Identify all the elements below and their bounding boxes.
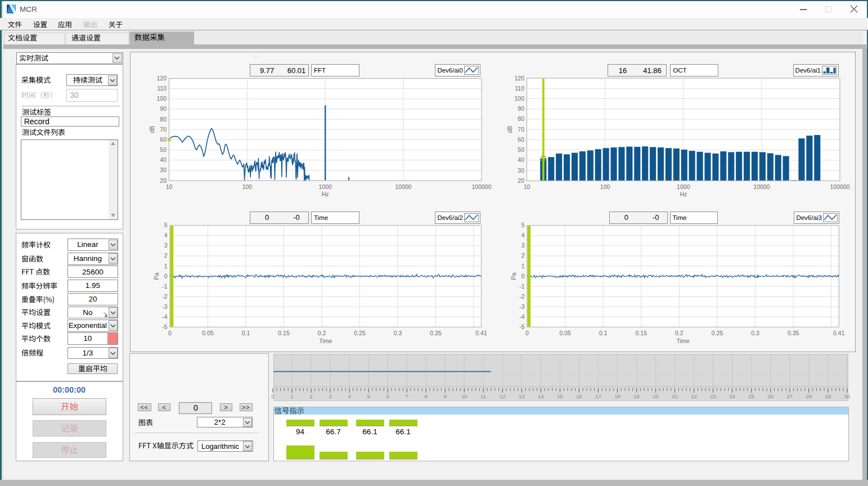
- svg-text:100: 100: [514, 95, 524, 102]
- svg-text:110: 110: [157, 85, 167, 92]
- svg-text:5: 5: [521, 222, 525, 228]
- svg-text:90: 90: [160, 105, 167, 112]
- svg-text:100000: 100000: [471, 183, 491, 190]
- svg-text:0.25: 0.25: [712, 330, 723, 336]
- svg-text:4: 4: [521, 232, 525, 238]
- svg-text:100: 100: [242, 183, 253, 190]
- svg-text:0.1: 0.1: [242, 330, 250, 336]
- svg-text:0.1: 0.1: [599, 330, 608, 336]
- svg-text:2: 2: [521, 252, 525, 259]
- svg-text:-3: -3: [162, 303, 167, 310]
- svg-text:0.41: 0.41: [475, 330, 487, 336]
- svg-text:0: 0: [164, 273, 168, 280]
- svg-text:1: 1: [521, 263, 525, 269]
- svg-text:60: 60: [160, 136, 167, 143]
- svg-text:120: 120: [514, 75, 524, 82]
- svg-text:-4: -4: [162, 313, 167, 320]
- svg-text:0.15: 0.15: [278, 330, 290, 336]
- svg-text:90: 90: [518, 105, 524, 112]
- svg-text:0.15: 0.15: [636, 330, 647, 336]
- svg-text:-1: -1: [162, 283, 167, 290]
- svg-text:0.2: 0.2: [318, 330, 326, 336]
- svg-text:0.41: 0.41: [833, 330, 845, 336]
- svg-text:-3: -3: [519, 303, 524, 310]
- svg-text:0.05: 0.05: [559, 330, 571, 336]
- svg-text:-2: -2: [519, 293, 524, 300]
- svg-text:0: 0: [525, 330, 529, 336]
- svg-text:10: 10: [166, 183, 173, 190]
- svg-text:5: 5: [164, 222, 168, 228]
- svg-text:3: 3: [164, 242, 168, 249]
- svg-text:0: 0: [521, 273, 525, 280]
- svg-text:Hz: Hz: [322, 191, 329, 197]
- svg-text:100000: 100000: [830, 183, 849, 190]
- svg-text:Pa: Pa: [510, 272, 517, 280]
- svg-text:1: 1: [164, 263, 168, 269]
- svg-text:80: 80: [160, 116, 167, 123]
- svg-text:-1: -1: [519, 283, 524, 290]
- svg-text:dB: dB: [149, 126, 155, 133]
- svg-text:10000: 10000: [395, 183, 411, 190]
- svg-text:0.35: 0.35: [788, 330, 799, 336]
- svg-text:0.35: 0.35: [430, 330, 442, 336]
- svg-text:dB: dB: [506, 126, 513, 133]
- svg-text:-5: -5: [162, 323, 167, 330]
- svg-text:0.05: 0.05: [202, 330, 214, 336]
- svg-text:1000: 1000: [319, 183, 332, 190]
- svg-text:-2: -2: [162, 293, 167, 300]
- svg-text:50: 50: [518, 146, 524, 153]
- svg-text:100: 100: [600, 183, 610, 190]
- svg-text:110: 110: [515, 85, 524, 92]
- svg-text:0.3: 0.3: [394, 330, 402, 336]
- svg-text:0.3: 0.3: [751, 330, 759, 336]
- svg-text:-4: -4: [519, 313, 524, 320]
- svg-text:100: 100: [156, 95, 167, 102]
- svg-text:4: 4: [164, 232, 168, 238]
- svg-text:Hz: Hz: [680, 191, 687, 197]
- svg-text:10: 10: [524, 183, 530, 190]
- svg-text:120: 120: [156, 75, 167, 82]
- svg-text:80: 80: [518, 115, 524, 122]
- svg-text:10000: 10000: [753, 183, 770, 190]
- svg-text:0.2: 0.2: [675, 330, 683, 336]
- svg-text:Time: Time: [677, 338, 690, 344]
- svg-text:30: 30: [160, 166, 167, 173]
- svg-text:0: 0: [168, 330, 172, 336]
- svg-text:0.25: 0.25: [354, 330, 366, 336]
- svg-text:40: 40: [518, 156, 524, 163]
- svg-text:3: 3: [521, 242, 525, 249]
- svg-text:-5: -5: [519, 323, 524, 330]
- svg-text:Pa: Pa: [153, 272, 160, 280]
- svg-text:40: 40: [160, 156, 167, 163]
- svg-text:30: 30: [518, 167, 524, 174]
- svg-text:Time: Time: [319, 338, 332, 344]
- svg-text:1000: 1000: [677, 183, 690, 190]
- svg-text:70: 70: [160, 126, 167, 133]
- svg-text:2: 2: [164, 252, 168, 259]
- svg-text:70: 70: [518, 126, 524, 133]
- svg-text:60: 60: [518, 136, 524, 143]
- svg-text:50: 50: [160, 146, 167, 153]
